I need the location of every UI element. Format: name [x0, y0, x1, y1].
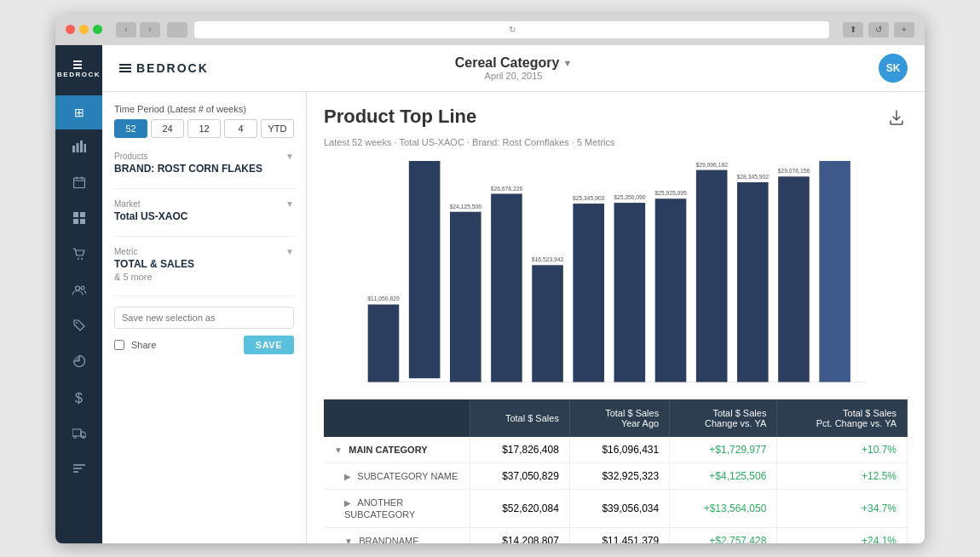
expand-icon[interactable]: ▶ [344, 498, 351, 508]
time-btn-4[interactable]: 4 [224, 119, 257, 138]
sidebar-item-calendar[interactable] [55, 167, 102, 201]
bar-mar18 [696, 169, 728, 382]
time-btn-52[interactable]: 52 [114, 119, 147, 138]
svg-text:$25,345,902: $25,345,902 [573, 195, 605, 201]
svg-rect-1 [76, 143, 78, 152]
sidebar-item-grid[interactable] [55, 203, 102, 237]
cell-pct: +12.5% [777, 462, 908, 489]
bookmark-button[interactable]: ↺ [868, 22, 889, 37]
back-button[interactable]: ‹ [116, 22, 136, 37]
svg-rect-11 [80, 219, 85, 224]
sidebar-item-truck[interactable] [55, 417, 102, 451]
table-row: ▼ BRANDNAME $14,208,807 $11,451,379 +$2,… [324, 527, 908, 543]
svg-point-15 [81, 286, 84, 290]
bar-apr18 [737, 182, 769, 382]
share-browser-button[interactable]: ⬆ [843, 22, 863, 37]
browser-actions: ⬆ ↺ + [843, 22, 914, 37]
bar-sep17 [450, 211, 481, 382]
svg-point-14 [75, 286, 79, 290]
metric-value: TOTAL & SALES [114, 258, 294, 270]
bar-dec17 [573, 204, 604, 382]
svg-rect-0 [72, 146, 75, 152]
sidebar: BEDROCK ⊞ [55, 45, 102, 543]
svg-point-13 [81, 258, 83, 260]
header-subtitle: April 20, 2015 [455, 71, 573, 81]
browser-nav: ‹ › [116, 22, 160, 37]
truck-icon [72, 428, 86, 441]
brand-name-header: BEDROCK [136, 61, 209, 75]
cell-change: +$2,757,428 [670, 527, 777, 543]
time-btn-24[interactable]: 24 [151, 119, 184, 138]
svg-text:$29,076,156: $29,076,156 [778, 168, 810, 174]
share-checkbox[interactable] [114, 340, 124, 350]
divider-3 [114, 296, 294, 296]
maximize-button[interactable] [93, 25, 102, 34]
bar-jan18 [614, 203, 646, 382]
download-button[interactable] [885, 106, 908, 134]
browser-window: ‹ › ↻ ⬆ ↺ + BEDROCK ⊞ [55, 14, 925, 543]
header-title-text: Cereal Category [455, 55, 560, 71]
col-header-total-sales: Total $ Sales [470, 399, 569, 437]
expand-icon[interactable]: ▶ [344, 472, 351, 481]
url-bar[interactable]: ↻ [194, 21, 829, 38]
svg-text:$11,050,829: $11,050,829 [367, 295, 400, 301]
products-caret-icon[interactable]: ▼ [285, 152, 294, 161]
metric-label-text: Metric [114, 247, 137, 256]
svg-text:$25,350,090: $25,350,090 [614, 194, 646, 200]
svg-rect-10 [73, 219, 78, 224]
forward-button[interactable]: › [140, 22, 160, 37]
svg-text:$29,996,182: $29,996,182 [695, 161, 728, 167]
sidebar-item-pie[interactable] [55, 346, 102, 380]
col-header-change-ya: Total $ SalesChange vs. YA [670, 399, 777, 437]
app-container: BEDROCK ⊞ [55, 45, 925, 543]
sort-icon [73, 462, 85, 477]
chart-container: $11,050,829 $32,925,323 $24,125,506 $26,… [324, 161, 908, 382]
new-tab-button[interactable]: + [894, 22, 914, 37]
table-row: ▶ SUBCATEGORY NAME $37,050,829 $32,925,3… [324, 462, 908, 489]
metric-section: Metric ▼ TOTAL & SALES & 5 more [114, 247, 294, 282]
svg-text:$28,345,902: $28,345,902 [737, 174, 770, 180]
market-label: Market ▼ [114, 199, 294, 209]
sidebar-item-users[interactable] [55, 274, 102, 308]
sidebar-item-dollar[interactable]: $ [55, 382, 102, 416]
close-button[interactable] [66, 25, 75, 34]
cell-change: +$13,564,050 [670, 489, 777, 527]
sidebar-item-cart[interactable] [55, 238, 102, 273]
cell-total-sales: $37,050,829 [470, 462, 569, 489]
home-icon: ⊞ [74, 106, 84, 119]
row-name-main: ▼ MAIN CATEGORY [324, 437, 470, 463]
time-btn-12[interactable]: 12 [187, 119, 221, 138]
sidebar-item-tags[interactable] [55, 310, 102, 344]
sidebar-item-sort[interactable] [55, 453, 102, 487]
brand-name: BEDROCK [57, 71, 101, 78]
bar-feb18 [655, 198, 687, 382]
users-icon [72, 284, 86, 298]
cell-change: +$4,125,506 [670, 462, 777, 489]
collapse-icon[interactable]: ▼ [344, 537, 353, 543]
grid-button[interactable] [167, 22, 187, 37]
col-header-pct-change: Total $ SalesPct. Change vs. YA [777, 399, 908, 437]
bar-chart-icon [72, 141, 86, 155]
metric-label: Metric ▼ [114, 247, 294, 256]
save-selection-input[interactable] [114, 307, 294, 329]
cell-sales-ya: $11,451,379 [569, 527, 669, 543]
sidebar-item-home[interactable]: ⊞ [55, 95, 102, 129]
dollar-icon: $ [75, 391, 83, 406]
cell-pct: +34.7% [777, 489, 908, 527]
collapse-icon[interactable]: ▼ [334, 445, 343, 455]
grid-icon [73, 212, 85, 227]
header-title[interactable]: Cereal Category ▼ [455, 55, 573, 71]
avatar[interactable]: SK [879, 54, 908, 83]
bar-oct17 [491, 193, 522, 382]
svg-rect-9 [80, 212, 85, 217]
save-button[interactable]: SAVE [244, 336, 294, 354]
market-caret-icon[interactable]: ▼ [285, 199, 294, 209]
divider-1 [114, 188, 294, 189]
minimize-button[interactable] [79, 25, 89, 34]
window-controls [66, 25, 102, 34]
metric-caret-icon[interactable]: ▼ [285, 247, 294, 256]
cell-sales-ya: $16,096,431 [569, 437, 669, 463]
time-btn-ytd[interactable]: YTD [261, 119, 294, 138]
brand-lines-icon [119, 64, 131, 72]
sidebar-item-analytics[interactable] [55, 131, 102, 165]
